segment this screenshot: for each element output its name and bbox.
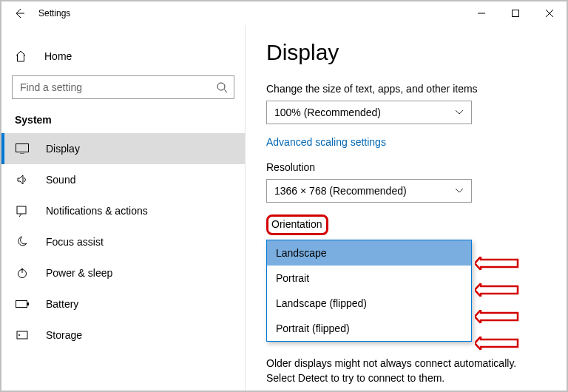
annotation-arrow [475,257,519,270]
category-label: System [1,112,245,133]
scale-label: Change the size of text, apps, and other… [266,83,544,95]
sidebar-item-label: Power & sleep [46,267,112,279]
orientation-option-landscape-flipped[interactable]: Landscape (flipped) [267,291,471,316]
sidebar-item-power-sleep[interactable]: Power & sleep [1,257,245,288]
focus-assist-icon [15,236,30,248]
svg-point-1 [217,83,225,90]
sidebar-item-label: Display [46,143,80,155]
sidebar-item-label: Battery [46,298,78,310]
orientation-dropdown-open[interactable]: Landscape Portrait Landscape (flipped) P… [266,240,472,342]
sidebar-item-notifications[interactable]: Notifications & actions [1,195,245,226]
sidebar-item-label: Sound [46,174,75,186]
home-label: Home [44,50,72,62]
window-controls [464,1,567,25]
battery-icon [15,300,30,308]
advanced-scaling-link[interactable]: Advanced scaling settings [266,136,544,148]
orientation-label: Orientation [266,214,328,235]
orientation-option-portrait-flipped[interactable]: Portrait (flipped) [267,316,471,341]
notifications-icon [15,205,30,217]
window-title: Settings [38,8,70,18]
resolution-dropdown[interactable]: 1366 × 768 (Recommended) [266,179,472,203]
scale-value: 100% (Recommended) [274,107,455,118]
svg-rect-2 [16,144,29,152]
home-nav[interactable]: Home [1,46,245,67]
svg-rect-3 [17,206,26,214]
svg-point-8 [18,334,20,336]
main-panel: Display Change the size of text, apps, a… [246,25,567,391]
search-placeholder: Find a setting [20,81,216,93]
sidebar-item-battery[interactable]: Battery [1,288,245,320]
sidebar-item-display[interactable]: Display [1,133,245,164]
annotation-arrow [475,283,519,297]
power-icon [15,267,30,279]
search-input[interactable]: Find a setting [12,75,234,99]
sound-icon [15,174,30,186]
sidebar: Home Find a setting System Display Sound [1,25,246,391]
sidebar-item-label: Storage [46,329,82,341]
search-icon [216,81,228,93]
display-icon [15,143,30,154]
sidebar-item-storage[interactable]: Storage [1,320,245,351]
titlebar: Settings [1,1,567,25]
chevron-down-icon [455,188,464,194]
maximize-button[interactable] [498,1,532,25]
sidebar-item-sound[interactable]: Sound [1,164,245,195]
scale-dropdown[interactable]: 100% (Recommended) [266,101,472,124]
sidebar-item-label: Notifications & actions [46,205,148,217]
home-icon [15,50,30,62]
orientation-option-landscape[interactable]: Landscape [267,240,471,266]
resolution-label: Resolution [266,161,544,173]
minimize-button[interactable] [464,1,498,25]
annotation-arrow [475,337,519,350]
storage-icon [15,329,30,341]
chevron-down-icon [455,109,464,115]
back-button[interactable] [12,7,27,19]
orientation-option-portrait[interactable]: Portrait [267,266,471,291]
orientation-label-wrap: Orientation [266,214,544,240]
multiple-displays-text: Older displays might not always connect … [266,356,544,385]
sidebar-item-label: Focus assist [46,236,104,248]
svg-rect-0 [513,10,519,17]
annotation-arrow [475,310,519,323]
svg-rect-5 [16,301,27,308]
close-button[interactable] [532,1,567,25]
sidebar-item-focus-assist[interactable]: Focus assist [1,226,245,257]
svg-rect-6 [27,303,29,305]
page-title: Display [266,40,544,65]
resolution-value: 1366 × 768 (Recommended) [274,185,455,197]
